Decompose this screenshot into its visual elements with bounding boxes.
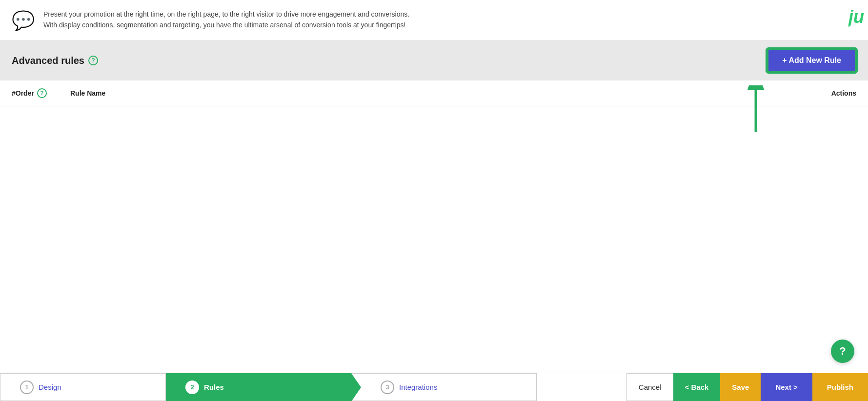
info-line-1: Present your promotion at the right time…	[43, 9, 409, 20]
publish-button[interactable]: Publish	[812, 373, 868, 401]
footer: 1 Design 2 Rules 3 Integrations Cancel <…	[0, 373, 868, 401]
rules-title-text: Advanced rules	[12, 55, 84, 66]
save-button[interactable]: Save	[720, 373, 761, 401]
logo: ju	[848, 7, 868, 27]
step-rules-label: Rules	[204, 383, 224, 391]
step-design[interactable]: 1 Design	[0, 373, 166, 401]
step-design-circle: 1	[20, 381, 34, 394]
order-help-icon[interactable]: ?	[37, 88, 47, 98]
rules-header-bar: Advanced rules ? + Add New Rule	[0, 40, 868, 80]
step-integrations-circle: 3	[381, 381, 394, 394]
table-header: #Order ? Rule Name Actions	[0, 80, 868, 106]
col-rule-name: Rule Name	[70, 89, 798, 97]
footer-actions: Cancel < Back Save Next > Publish	[626, 373, 868, 401]
step-integrations[interactable]: 3 Integrations	[351, 373, 537, 401]
next-button[interactable]: Next >	[761, 373, 812, 401]
step-integrations-label: Integrations	[399, 383, 437, 391]
col-order-text: #Order	[12, 89, 34, 97]
col-order: #Order ?	[12, 88, 70, 98]
step-design-label: Design	[39, 383, 61, 391]
step-rules[interactable]: 2 Rules	[166, 373, 351, 401]
chat-icon: 💬	[12, 10, 35, 31]
step-rules-circle: 2	[185, 381, 199, 394]
arrow-annotation	[741, 85, 770, 136]
arrow-svg	[741, 85, 770, 134]
col-actions: Actions	[798, 89, 856, 97]
main-content	[0, 106, 868, 369]
rules-help-icon[interactable]: ?	[88, 56, 98, 65]
help-fab-button[interactable]: ?	[831, 340, 854, 363]
info-line-2: With display conditions, segmentation an…	[43, 20, 409, 30]
add-new-rule-button[interactable]: + Add New Rule	[767, 49, 856, 72]
cancel-button[interactable]: Cancel	[626, 373, 673, 401]
info-text: Present your promotion at the right time…	[43, 9, 409, 31]
info-bar: 💬 Present your promotion at the right ti…	[0, 0, 868, 40]
back-button[interactable]: < Back	[673, 373, 721, 401]
rules-title: Advanced rules ?	[12, 55, 98, 66]
